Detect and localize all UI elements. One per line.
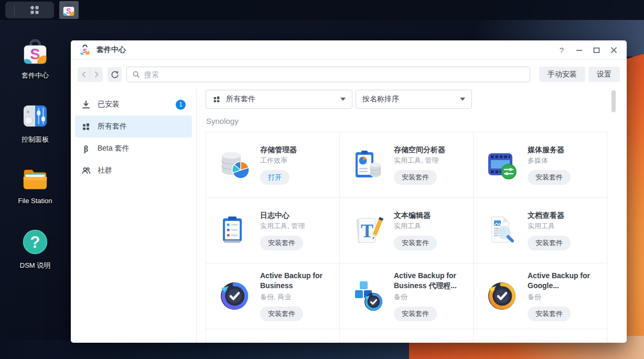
- sidebar-item-all-packages[interactable]: 所有套件: [75, 115, 192, 138]
- package-title: 存储空间分析器: [394, 145, 473, 155]
- package-action-button[interactable]: 安装套件: [528, 170, 571, 185]
- refresh-button[interactable]: [108, 67, 122, 82]
- package-card-partial: [340, 329, 474, 343]
- content-area: 所有套件 按名称排序 Synology 存储管理器 工作效率 打开 存储空间分析…: [197, 89, 627, 343]
- search-box: [126, 67, 530, 82]
- sidebar-item-beta[interactable]: β Beta 套件: [75, 138, 192, 160]
- sidebar-item-label: 已安装: [98, 100, 120, 109]
- package-card: 媒体服务器 多媒体 安装套件: [474, 132, 607, 197]
- package-action-button[interactable]: 安装套件: [394, 170, 437, 185]
- text-editor-icon: T: [351, 214, 385, 247]
- back-button[interactable]: [78, 67, 90, 82]
- package-action-button[interactable]: 安装套件: [260, 307, 303, 321]
- all-packages-icon: [81, 122, 91, 131]
- svg-text:S: S: [66, 7, 71, 15]
- chevron-right-icon: [93, 71, 100, 78]
- sidebar-item-community[interactable]: 社群: [75, 160, 192, 182]
- log-center-icon: [218, 214, 251, 247]
- package-action-button[interactable]: 打开: [260, 170, 289, 185]
- package-title: Active Backup for Business: [260, 271, 339, 291]
- package-center-window: S 套件中心 ? 手动安装 设置 已安装1 所有套件β Beta 套件: [71, 40, 627, 343]
- desktop-icon-control-panel[interactable]: 控制面板: [6, 102, 64, 144]
- sidebar-item-label: 所有套件: [98, 122, 127, 131]
- desktop-icon-label: 套件中心: [6, 71, 64, 80]
- package-card: 文档查看器 实用工具 安装套件: [474, 197, 607, 263]
- desktop-icon-package-center[interactable]: S 套件中心: [6, 38, 64, 80]
- sidebar-badge: 1: [176, 100, 186, 110]
- abb-agent-icon: [351, 279, 385, 313]
- desktop-icon-label: DSM 说明: [6, 261, 64, 270]
- package-action-button[interactable]: 安装套件: [528, 307, 571, 321]
- all-packages-icon: [212, 95, 221, 103]
- package-card-partial: [206, 329, 340, 343]
- sort-dropdown-value: 按名称排序: [362, 94, 399, 104]
- window-titlebar: S 套件中心 ?: [71, 40, 627, 60]
- package-category: 多媒体: [528, 156, 607, 165]
- sort-dropdown[interactable]: 按名称排序: [356, 90, 472, 109]
- file-station-icon: [21, 164, 49, 192]
- package-action-button[interactable]: 安装套件: [260, 236, 303, 250]
- package-center-icon: S: [62, 3, 76, 17]
- sidebar-item-installed[interactable]: 已安装1: [75, 93, 192, 115]
- package-title: 存储管理器: [260, 145, 339, 155]
- package-card-partial: [474, 329, 607, 343]
- package-action-button[interactable]: 安装套件: [528, 236, 571, 250]
- wallpaper-streak-bottom-left: [0, 340, 409, 359]
- package-title: Active Backup for Google...: [528, 271, 607, 291]
- sidebar-item-label: 社群: [98, 166, 112, 175]
- package-category: 备份, 商业: [260, 292, 339, 302]
- package-card: Active Backup for Business 代理程... 备份 安装套…: [340, 263, 474, 329]
- window-title: 套件中心: [96, 45, 126, 55]
- svg-text:β: β: [84, 144, 88, 154]
- help-button[interactable]: ?: [557, 45, 566, 55]
- desktop-icon-label: File Station: [6, 197, 64, 205]
- caret-down-icon: [460, 98, 465, 101]
- category-dropdown-value: 所有套件: [226, 94, 255, 104]
- forward-button[interactable]: [90, 67, 103, 82]
- media-server-icon: [485, 148, 519, 182]
- package-card: 日志中心 实用工具, 管理 安装套件: [206, 197, 340, 263]
- package-action-button[interactable]: 安装套件: [394, 236, 437, 250]
- minimize-icon: [576, 47, 583, 54]
- package-center-icon: S: [21, 38, 49, 66]
- desktop-icon-file-station[interactable]: File Station: [6, 164, 64, 205]
- package-title: 日志中心: [260, 210, 339, 220]
- scrollbar-thumb[interactable]: [611, 90, 616, 112]
- package-category: 实用工具: [394, 221, 473, 231]
- package-category: 工作效率: [260, 156, 339, 165]
- storage-analyzer-icon: [351, 148, 385, 182]
- package-card: 存储管理器 工作效率 打开: [206, 132, 340, 197]
- package-title: 文档查看器: [528, 210, 607, 220]
- category-dropdown[interactable]: 所有套件: [206, 90, 352, 109]
- settings-button[interactable]: 设置: [588, 67, 620, 82]
- sidebar-item-label: Beta 套件: [98, 144, 130, 153]
- svg-text:T: T: [361, 220, 373, 241]
- doc-viewer-icon: [485, 214, 519, 247]
- package-action-button[interactable]: 安装套件: [394, 307, 437, 321]
- dsm-help-icon: ?: [21, 228, 49, 256]
- maximize-button[interactable]: [592, 45, 601, 55]
- package-category: 备份: [394, 292, 473, 302]
- svg-text:?: ?: [30, 233, 40, 251]
- package-title: Active Backup for Business 代理程...: [394, 271, 473, 291]
- beta-icon: β: [81, 144, 91, 153]
- main-menu-button[interactable]: [5, 2, 54, 18]
- search-input[interactable]: [144, 70, 524, 79]
- package-category: 实用工具, 管理: [260, 221, 339, 231]
- download-icon: [81, 100, 91, 109]
- svg-text:S: S: [30, 46, 40, 62]
- close-button[interactable]: [609, 45, 618, 55]
- package-card: Active Backup for Business 备份, 商业 安装套件: [206, 263, 340, 329]
- taskbar-package-center-button[interactable]: S: [59, 1, 79, 19]
- package-card: 存储空间分析器 实用工具, 管理 安装套件: [340, 132, 474, 197]
- package-category: 实用工具: [528, 221, 607, 231]
- minimize-button[interactable]: [574, 45, 584, 55]
- refresh-icon: [111, 70, 119, 79]
- manual-install-button[interactable]: 手动安装: [539, 67, 585, 82]
- svg-text:S: S: [83, 47, 87, 54]
- desktop-icon-dsm-help[interactable]: ? DSM 说明: [6, 228, 64, 270]
- package-title: 文本编辑器: [394, 210, 473, 220]
- apps-grid-icon: [28, 4, 41, 16]
- package-card: T 文本编辑器 实用工具 安装套件: [340, 197, 474, 263]
- package-category: 实用工具, 管理: [394, 156, 473, 165]
